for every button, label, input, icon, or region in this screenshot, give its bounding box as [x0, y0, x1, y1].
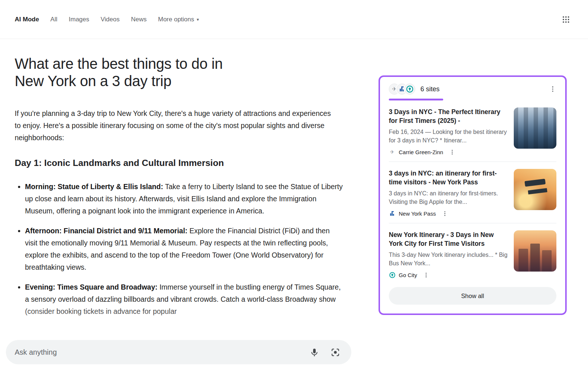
- more-options-label: More options: [158, 16, 194, 23]
- kebab-menu-icon[interactable]: [423, 272, 429, 278]
- search-header: AI Mode All Images Videos News More opti…: [0, 0, 588, 39]
- sources-header[interactable]: ✈ 6 sites: [389, 84, 556, 95]
- source-result[interactable]: New York Itinerary - 3 Days in New York …: [389, 223, 556, 281]
- result-source-row: ✈ Carrie Green-Zinn: [389, 149, 508, 155]
- result-thumbnail[interactable]: [514, 230, 556, 272]
- source-favicon-newyorkpass-icon: [389, 210, 395, 217]
- apps-grid-icon[interactable]: [558, 11, 574, 28]
- source-name[interactable]: New York Pass: [399, 210, 436, 217]
- source-favicon-plane-icon: ✈: [389, 149, 395, 155]
- ai-answer: What are the best things to do in New Yo…: [15, 55, 353, 325]
- result-title[interactable]: 3 Days in NYC - The Perfect Itinerary fo…: [389, 107, 508, 125]
- result-thumbnail[interactable]: [514, 169, 556, 210]
- ask-input[interactable]: Ask anything: [6, 340, 351, 364]
- result-thumbnail[interactable]: [514, 107, 556, 149]
- result-body: 3 days in NYC: an itinerary for first-ti…: [389, 169, 508, 217]
- answer-intro: If you're planning a 3-day trip to New Y…: [15, 107, 337, 144]
- result-title[interactable]: New York Itinerary - 3 Days in New York …: [389, 230, 508, 248]
- camera-lens-icon[interactable]: [330, 347, 340, 357]
- bullet-lead: Morning: Statue of Liberty & Ellis Islan…: [25, 183, 163, 191]
- kebab-menu-icon[interactable]: [449, 149, 455, 155]
- list-item: Morning: Statue of Liberty & Ellis Islan…: [25, 181, 344, 217]
- list-item: Afternoon: Financial District and 9/11 M…: [25, 225, 344, 273]
- result-snippet: Feb 16, 2024 — Looking for the best itin…: [389, 128, 508, 145]
- bullet-lead: Afternoon: Financial District and 9/11 M…: [25, 227, 187, 235]
- result-snippet: This 3-day New York itinerary includes..…: [389, 251, 508, 268]
- result-source-row: Go City: [389, 272, 508, 278]
- result-body: 3 Days in NYC - The Perfect Itinerary fo…: [389, 107, 508, 155]
- result-title[interactable]: 3 days in NYC: an itinerary for first-ti…: [389, 169, 508, 187]
- day1-heading: Day 1: Iconic Landmarks and Cultural Imm…: [15, 158, 353, 168]
- sources-panel: ✈ 6 sites: [379, 75, 567, 315]
- tab-videos[interactable]: Videos: [101, 16, 120, 23]
- list-item: Evening: Times Square and Broadway: Imme…: [25, 281, 344, 318]
- source-result[interactable]: 3 days in NYC: an itinerary for first-ti…: [389, 162, 556, 223]
- ask-placeholder: Ask anything: [15, 348, 309, 357]
- source-result[interactable]: 3 Days in NYC - The Perfect Itinerary fo…: [389, 100, 556, 162]
- tab-all[interactable]: All: [50, 16, 57, 23]
- sites-count[interactable]: 6 sites: [420, 85, 440, 93]
- chevron-down-icon: ▾: [197, 17, 199, 22]
- tab-news[interactable]: News: [131, 16, 147, 23]
- day1-list: Morning: Statue of Liberty & Ellis Islan…: [15, 181, 344, 318]
- source-favicon-gocity-icon: [389, 272, 395, 278]
- favicon-gocity-icon: [404, 84, 415, 95]
- search-tabs: AI Mode All Images Videos News More opti…: [15, 16, 199, 23]
- show-all-button[interactable]: Show all: [389, 287, 556, 305]
- kebab-menu-icon[interactable]: [549, 85, 556, 93]
- tab-ai-mode[interactable]: AI Mode: [15, 16, 39, 23]
- bullet-lead: Evening: Times Square and Broadway:: [25, 283, 157, 291]
- result-source-row: New York Pass: [389, 210, 508, 217]
- microphone-icon[interactable]: [309, 347, 319, 357]
- kebab-menu-icon[interactable]: [442, 210, 448, 217]
- query-title: What are the best things to do in New Yo…: [15, 55, 243, 90]
- source-name[interactable]: Carrie Green-Zinn: [399, 149, 443, 155]
- source-favicons: ✈: [389, 84, 415, 95]
- tab-images[interactable]: Images: [69, 16, 89, 23]
- source-name[interactable]: Go City: [399, 272, 417, 278]
- tab-more-options[interactable]: More options▾: [158, 16, 199, 23]
- result-snippet: 3 days in NYC: an itinerary for first-ti…: [389, 189, 508, 206]
- result-body: New York Itinerary - 3 Days in New York …: [389, 230, 508, 278]
